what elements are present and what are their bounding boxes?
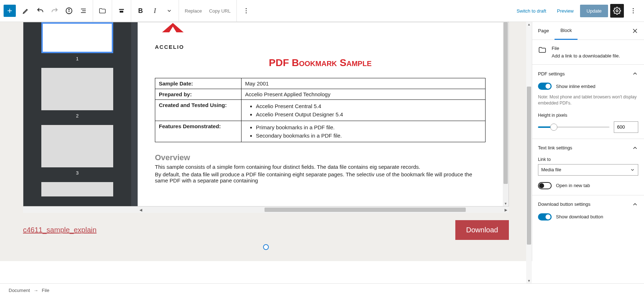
- svg-rect-8: [119, 9, 124, 10]
- close-sidebar-button[interactable]: [626, 28, 644, 34]
- replace-button[interactable]: Replace: [181, 8, 206, 14]
- redo-button[interactable]: [47, 4, 62, 18]
- block-breadcrumb: Document → File: [0, 283, 644, 297]
- breadcrumb-leaf[interactable]: File: [42, 288, 49, 293]
- open-new-tab-toggle[interactable]: [538, 182, 552, 189]
- italic-button[interactable]: I: [148, 4, 162, 18]
- download-button-settings-panel-toggle[interactable]: Download button settings: [538, 201, 638, 208]
- info-icon[interactable]: [62, 4, 76, 18]
- pdf-inline-embed: 1 2 3 ACCELIO PDF Bookmark Sample Sample: [23, 22, 509, 206]
- file-name-link[interactable]: c4611_sample_explain: [23, 226, 97, 234]
- svg-point-4: [69, 9, 69, 10]
- pdf-horizontal-scrollbar[interactable]: ◀ ▶: [23, 206, 509, 213]
- show-inline-embed-toggle[interactable]: [538, 83, 552, 90]
- add-block-button[interactable]: [4, 5, 16, 17]
- pdf-vertical-scrollbar[interactable]: ▼: [503, 22, 509, 206]
- pdf-settings-panel-toggle[interactable]: PDF settings: [538, 70, 638, 77]
- editor-canvas[interactable]: 1 2 3 ACCELIO PDF Bookmark Sample Sample: [0, 22, 532, 261]
- download-button[interactable]: Download: [455, 220, 509, 240]
- link-to-label: Link to: [538, 157, 638, 162]
- inline-note: Note: Most phone and tablet browsers won…: [538, 94, 638, 106]
- chevron-down-icon: [630, 167, 635, 172]
- pdf-thumb-scrollbar[interactable]: [131, 22, 138, 206]
- preview-button[interactable]: Preview: [553, 5, 578, 17]
- accelio-logo: ACCELIO: [155, 22, 486, 50]
- block-title: File: [552, 46, 620, 51]
- height-input[interactable]: [614, 121, 638, 133]
- height-slider[interactable]: [538, 126, 610, 128]
- edit-icon[interactable]: [19, 4, 33, 18]
- pdf-thumbnail-panel[interactable]: 1 2 3: [23, 22, 131, 206]
- block-resize-handle[interactable]: [263, 244, 269, 250]
- pdf-thumb-4[interactable]: [41, 182, 113, 196]
- show-download-button-toggle[interactable]: [538, 213, 552, 221]
- more-formatting-chevron[interactable]: [162, 4, 176, 18]
- svg-point-13: [616, 10, 618, 12]
- pdf-thumb-label: 1: [41, 56, 113, 61]
- pdf-thumb-1[interactable]: [41, 22, 113, 53]
- pdf-title: PDF Bookmark Sample: [155, 57, 486, 69]
- pdf-thumb-label: 3: [41, 170, 113, 176]
- tab-block[interactable]: Block: [555, 22, 578, 40]
- svg-point-16: [633, 13, 634, 14]
- update-button[interactable]: Update: [580, 5, 608, 17]
- copy-url-button[interactable]: Copy URL: [206, 8, 234, 14]
- pdf-thumb-2[interactable]: [41, 68, 113, 110]
- more-menu-icon[interactable]: [626, 4, 640, 18]
- svg-rect-9: [120, 11, 123, 13]
- open-new-tab-label: Open in new tab: [556, 183, 590, 188]
- settings-gear-button[interactable]: [610, 4, 624, 18]
- pdf-thumb-3[interactable]: [41, 125, 113, 167]
- editor-vertical-scrollbar[interactable]: ▲ ▼: [526, 22, 532, 283]
- link-to-select[interactable]: Media file: [538, 164, 638, 176]
- align-icon[interactable]: [114, 4, 129, 18]
- svg-point-12: [245, 13, 247, 14]
- chevron-up-icon: [632, 201, 638, 208]
- svg-point-11: [245, 10, 247, 11]
- outline-icon[interactable]: [76, 4, 91, 18]
- bold-button[interactable]: B: [133, 4, 148, 18]
- undo-button[interactable]: [33, 4, 47, 18]
- chevron-up-icon: [632, 70, 638, 77]
- top-toolbar: B I Replace Copy URL Switch to draft Pre…: [0, 0, 644, 22]
- chevron-up-icon: [632, 145, 638, 151]
- kebab-icon[interactable]: [239, 4, 253, 18]
- show-inline-label: Show inline embed: [556, 84, 595, 89]
- settings-sidebar: Page Block File Add a link to a download…: [532, 22, 644, 261]
- svg-point-15: [633, 10, 634, 11]
- svg-point-10: [245, 8, 247, 9]
- pdf-info-table: Sample Date:May 2001 Prepared by:Accelio…: [155, 78, 486, 142]
- block-description: Add a link to a downloadable file.: [552, 53, 620, 59]
- switch-to-draft-button[interactable]: Switch to draft: [512, 5, 550, 17]
- pdf-thumb-label: 2: [41, 113, 113, 119]
- file-block-icon[interactable]: [95, 4, 110, 18]
- tab-page[interactable]: Page: [532, 22, 555, 39]
- pdf-page-content: ACCELIO PDF Bookmark Sample Sample Date:…: [138, 22, 503, 206]
- height-label: Height in pixels: [538, 113, 638, 118]
- file-block[interactable]: 1 2 3 ACCELIO PDF Bookmark Sample Sample: [23, 22, 509, 247]
- show-download-label: Show download button: [556, 214, 603, 219]
- file-icon: [538, 46, 547, 54]
- text-link-settings-panel-toggle[interactable]: Text link settings: [538, 145, 638, 151]
- breadcrumb-root[interactable]: Document: [9, 288, 30, 293]
- pdf-overview-heading: Overview: [155, 153, 486, 162]
- svg-point-14: [633, 8, 634, 9]
